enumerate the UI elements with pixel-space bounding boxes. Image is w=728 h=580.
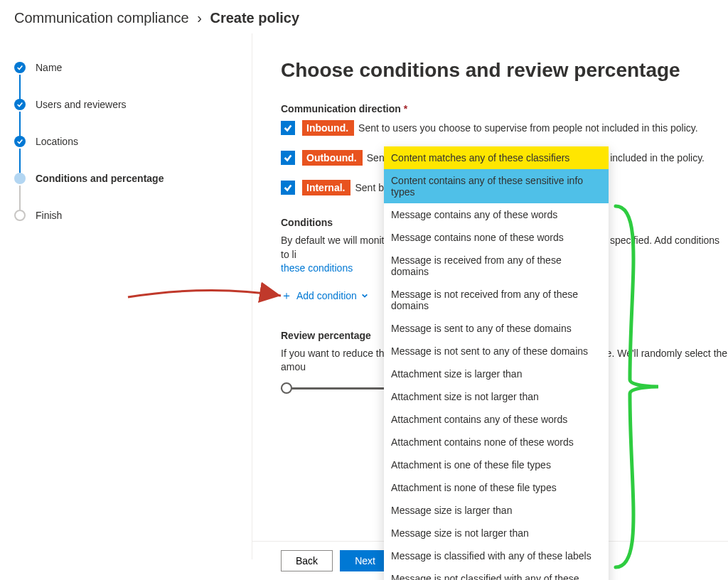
condition-option[interactable]: Message is sent to any of these domains: [384, 317, 609, 340]
condition-option[interactable]: Message contains none of these words: [384, 226, 609, 249]
wizard-step-label: Users and reviewers: [36, 99, 127, 110]
wizard-step[interactable]: Locations: [14, 136, 237, 147]
condition-option[interactable]: Message size is larger than: [384, 499, 609, 522]
condition-option[interactable]: Message is classified with any of these …: [384, 544, 609, 567]
check-icon: [14, 99, 26, 110]
condition-option[interactable]: Attachment size is larger than: [384, 362, 609, 385]
condition-option[interactable]: Content matches any of these classifiers: [384, 146, 609, 169]
condition-option[interactable]: Message size is not larger than: [384, 522, 609, 544]
wizard-step-label: Locations: [36, 136, 78, 147]
wizard-step[interactable]: Name: [14, 62, 237, 73]
condition-option[interactable]: Message is not classified with any of th…: [384, 567, 609, 580]
check-icon: [14, 62, 26, 73]
condition-option[interactable]: Attachment size is not larger than: [384, 385, 609, 408]
step-dot-icon: [14, 210, 26, 221]
direction-desc: Sent to users you choose to supervise fr…: [358, 122, 698, 134]
condition-option[interactable]: Message is received from any of these do…: [384, 249, 609, 283]
next-button[interactable]: Next: [340, 550, 390, 571]
direction-tag: Internal.: [302, 180, 350, 195]
wizard-step[interactable]: Conditions and percentage: [14, 173, 237, 184]
conditions-help-link[interactable]: these conditions: [281, 262, 353, 274]
condition-option[interactable]: Attachment is none of these file types: [384, 476, 609, 499]
wizard-step[interactable]: Users and reviewers: [14, 99, 237, 110]
condition-dropdown[interactable]: Content matches any of these classifiers…: [384, 146, 609, 580]
back-button[interactable]: Back: [281, 550, 333, 571]
page-title: Choose conditions and review percentage: [281, 59, 728, 82]
check-icon: [14, 136, 26, 147]
condition-option[interactable]: Content contains any of these sensitive …: [384, 169, 609, 203]
direction-option: Inbound.Sent to users you choose to supe…: [281, 120, 728, 136]
wizard-step-label: Conditions and percentage: [36, 173, 164, 184]
wizard-step[interactable]: Finish: [14, 210, 237, 221]
plus-icon: ＋: [281, 290, 292, 301]
wizard-step-label: Finish: [36, 210, 62, 221]
condition-option[interactable]: Message is not received from any of thes…: [384, 283, 609, 317]
condition-option[interactable]: Attachment contains any of these words: [384, 408, 609, 431]
condition-option[interactable]: Attachment contains none of these words: [384, 431, 609, 453]
breadcrumb: Communication compliance › Create policy: [0, 0, 728, 33]
condition-option[interactable]: Attachment is one of these file types: [384, 453, 609, 476]
add-condition-label: Add condition: [296, 290, 357, 301]
direction-tag: Outbound.: [302, 150, 363, 166]
chevron-down-icon: [361, 290, 368, 301]
checkbox[interactable]: [281, 151, 295, 165]
step-dot-icon: [14, 173, 26, 184]
breadcrumb-parent[interactable]: Communication compliance: [14, 10, 189, 26]
condition-option[interactable]: Message contains any of these words: [384, 203, 609, 226]
checkbox[interactable]: [281, 181, 295, 195]
wizard-sidebar: NameUsers and reviewersLocationsConditio…: [0, 33, 252, 559]
wizard-step-label: Name: [36, 62, 62, 73]
direction-tag: Inbound.: [302, 120, 354, 136]
condition-option[interactable]: Message is not sent to any of these doma…: [384, 340, 609, 362]
breadcrumb-current: Create policy: [210, 10, 299, 26]
checkbox[interactable]: [281, 121, 295, 135]
direction-section-label: Communication direction *: [281, 103, 728, 114]
chevron-right-icon: ›: [197, 10, 202, 26]
add-condition-button[interactable]: ＋ Add condition: [281, 290, 368, 301]
